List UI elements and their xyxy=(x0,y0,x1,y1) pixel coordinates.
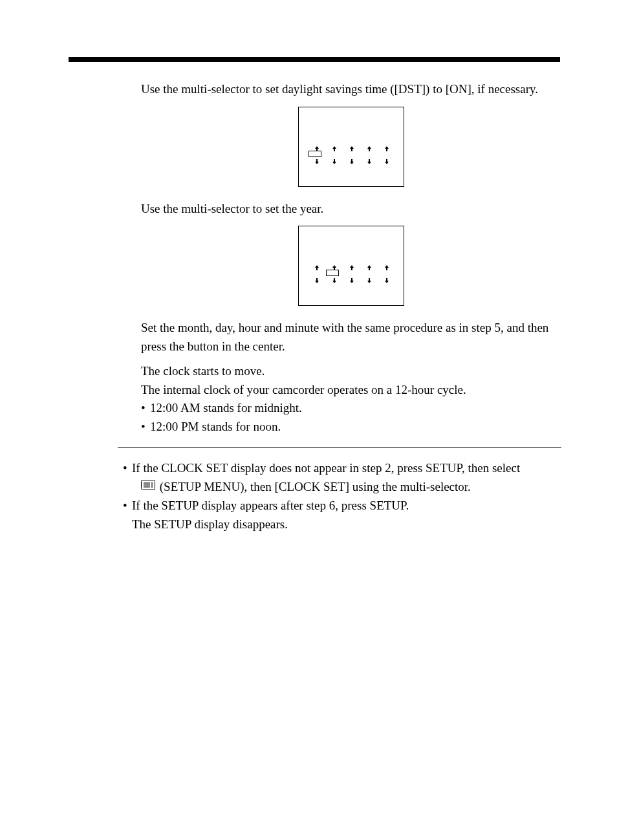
svg-marker-14 xyxy=(385,265,389,270)
note-text: If the SETUP display appears after step … xyxy=(132,497,563,515)
diagram-dst xyxy=(298,107,404,187)
svg-marker-1 xyxy=(332,146,336,151)
arrow-down-icon xyxy=(348,277,356,284)
setup-menu-icon xyxy=(141,477,155,496)
arrow-up-icon xyxy=(313,264,321,271)
svg-marker-12 xyxy=(350,265,354,270)
step6-bullet-text: 12:00 PM stands for noon. xyxy=(150,418,561,436)
svg-marker-8 xyxy=(367,159,371,164)
arrow-up-icon xyxy=(383,264,391,271)
svg-point-25 xyxy=(151,484,153,486)
svg-point-24 xyxy=(151,482,153,484)
svg-marker-16 xyxy=(332,278,336,283)
arrow-up-icon xyxy=(348,264,356,271)
svg-marker-6 xyxy=(332,159,336,164)
svg-marker-15 xyxy=(315,278,319,283)
svg-marker-9 xyxy=(385,159,389,164)
selection-box-icon xyxy=(308,151,321,157)
header-rule xyxy=(69,57,560,62)
bullet-icon: • xyxy=(141,418,150,436)
step6-bullet: • 12:00 PM stands for noon. xyxy=(141,418,561,436)
svg-marker-2 xyxy=(350,146,354,151)
notes-section: • If the CLOCK SET display does not appe… xyxy=(123,459,563,533)
svg-marker-19 xyxy=(385,278,389,283)
svg-marker-7 xyxy=(350,159,354,164)
step6-text3: The internal clock of your camcorder ope… xyxy=(141,381,561,400)
note-item: • If the CLOCK SET display does not appe… xyxy=(123,459,563,478)
arrow-down-icon xyxy=(365,158,373,165)
svg-marker-13 xyxy=(367,265,371,270)
step4-text: Use the multi-selector to set daylight s… xyxy=(141,80,561,99)
bullet-icon: • xyxy=(123,459,132,478)
step6-text2: The clock starts to move. xyxy=(141,362,561,381)
arrow-up-icon xyxy=(348,145,356,152)
arrow-down-icon xyxy=(365,277,373,284)
arrow-up-icon xyxy=(330,145,338,152)
svg-marker-5 xyxy=(315,159,319,164)
note-text-cont: The SETUP display disappears. xyxy=(132,517,288,531)
svg-marker-18 xyxy=(367,278,371,283)
arrow-down-icon xyxy=(383,158,391,165)
arrow-up-icon xyxy=(383,145,391,152)
step5-text: Use the multi-selector to set the year. xyxy=(141,200,561,219)
selection-box-icon xyxy=(326,270,339,276)
arrow-down-icon xyxy=(313,158,321,165)
svg-marker-4 xyxy=(385,146,389,151)
diagram-year xyxy=(298,226,404,306)
note-continuation: The SETUP display disappears. xyxy=(123,515,563,534)
svg-marker-10 xyxy=(315,265,319,270)
note-text-cont: (SETUP MENU), then [CLOCK SET] using the… xyxy=(160,480,471,493)
svg-marker-17 xyxy=(350,278,354,283)
arrow-down-icon xyxy=(383,277,391,284)
note-text: If the CLOCK SET display does not appear… xyxy=(132,459,563,478)
note-continuation: (SETUP MENU), then [CLOCK SET] using the… xyxy=(123,478,563,497)
arrow-up-icon xyxy=(365,264,373,271)
arrow-down-icon xyxy=(330,158,338,165)
section-divider xyxy=(118,447,561,448)
step6-text1: Set the month, day, hour and minute with… xyxy=(141,319,561,356)
svg-marker-3 xyxy=(367,146,371,151)
bullet-icon: • xyxy=(123,497,132,515)
note-item: • If the SETUP display appears after ste… xyxy=(123,497,563,515)
arrow-down-icon xyxy=(313,277,321,284)
main-content: Use the multi-selector to set daylight s… xyxy=(141,80,561,456)
svg-point-26 xyxy=(151,486,153,488)
step6-bullet: • 12:00 AM stands for midnight. xyxy=(141,399,561,418)
arrow-up-icon xyxy=(365,145,373,152)
bullet-icon: • xyxy=(141,399,150,418)
step6-bullet-text: 12:00 AM stands for midnight. xyxy=(150,399,561,418)
arrow-down-icon xyxy=(348,158,356,165)
arrow-down-icon xyxy=(330,277,338,284)
